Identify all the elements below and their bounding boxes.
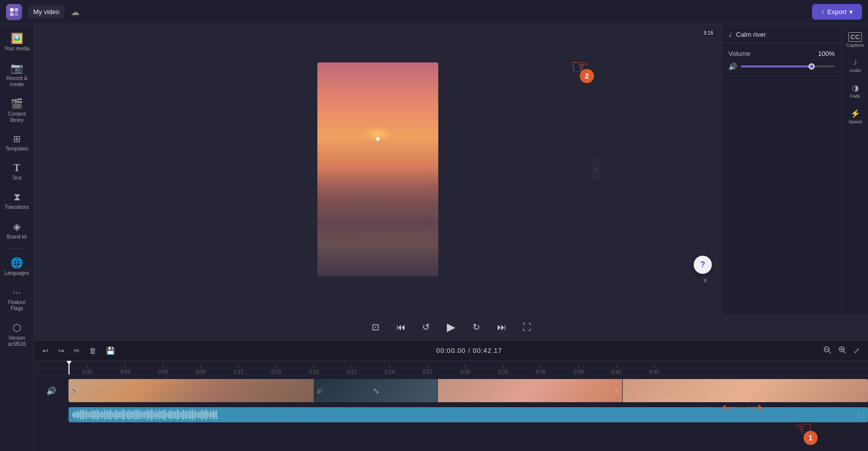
volume-slider-thumb[interactable] xyxy=(809,63,815,69)
wave-bar xyxy=(215,411,216,418)
video-title-input[interactable]: My video xyxy=(28,6,64,18)
sidebar-item-label-record-create: Record &create xyxy=(7,76,28,88)
delete-button[interactable]: 🗑 xyxy=(87,344,99,357)
preview-area: 9:16 ? ∨ ‹ ☞ 2 xyxy=(34,24,721,314)
svg-rect-3 xyxy=(15,13,18,16)
step-badge-2: 2 xyxy=(580,69,594,83)
wave-bar xyxy=(189,410,190,420)
speed-panel-item[interactable]: ⚡ Speed xyxy=(844,105,867,128)
sidebar-item-content-library[interactable]: 🎬 Contentlibrary xyxy=(2,94,32,127)
sidebar-item-transitions[interactable]: ⧗ Transitions xyxy=(2,187,32,214)
templates-icon: ⊞ xyxy=(13,133,21,144)
wave-bar xyxy=(147,410,148,420)
wave-bar xyxy=(125,412,126,417)
wave-bar xyxy=(139,411,140,418)
skip-back-button[interactable]: ⏮ xyxy=(393,319,409,335)
wave-bar xyxy=(138,409,139,420)
help-button[interactable]: ? xyxy=(694,256,712,274)
cut-button[interactable]: ✂ xyxy=(72,344,82,357)
sidebar-item-languages[interactable]: 🌐 Languages xyxy=(2,253,32,280)
sun-glow xyxy=(363,126,393,141)
sidebar-item-templates[interactable]: ⊞ Templates xyxy=(2,129,32,156)
sidebar-item-label-version: Versionac5f516 xyxy=(8,335,26,347)
wave-bar xyxy=(118,412,119,418)
wave-bar xyxy=(201,410,202,420)
sidebar-item-feature-flags[interactable]: ··· FeatureFlags xyxy=(2,282,32,316)
fullscreen-button[interactable]: ⛶ xyxy=(519,319,535,335)
audio-panel-item[interactable]: ♪ Audio xyxy=(844,54,867,77)
audio-track-content[interactable]: ⋮⋮ ⋮⋮ xyxy=(69,407,868,422)
wave-bar xyxy=(104,410,105,420)
ruler-mark-10: 0:30 xyxy=(446,365,484,374)
wave-bar xyxy=(109,411,110,419)
wave-bar xyxy=(100,412,101,417)
timeline-time-display: 00:00.00 / 00:42.17 xyxy=(122,347,816,354)
save-frame-button[interactable]: 💾 xyxy=(104,344,117,357)
wave-bar xyxy=(168,411,169,418)
rewind-button[interactable]: ↺ xyxy=(418,319,434,335)
wave-bar xyxy=(213,410,214,420)
cloud-icon: ☁ xyxy=(71,7,80,18)
sidebar-item-brand-kit[interactable]: ◈ Brand kit xyxy=(2,216,32,244)
wave-bar xyxy=(80,410,81,420)
speed-label: Speed xyxy=(848,119,861,124)
sidebar-item-record-create[interactable]: 📷 Record &create xyxy=(2,58,32,92)
volume-slider-track[interactable] xyxy=(741,65,835,67)
speed-icon: ⚡ xyxy=(850,109,860,118)
right-panel: ♩ Calm river Volume 100% 🔊 xyxy=(721,24,842,314)
export-button[interactable]: ↑ Export ▾ xyxy=(812,4,862,20)
captions-panel-item[interactable]: CC Captions xyxy=(844,28,867,52)
skip-forward-button[interactable]: ⏭ xyxy=(494,319,510,335)
collapse-handle[interactable]: ‹ xyxy=(592,159,600,179)
audio-track-row: ⋮⋮ ⋮⋮ xyxy=(34,405,868,424)
play-button[interactable]: ▶ xyxy=(443,319,459,335)
sidebar-item-label-brand-kit: Brand kit xyxy=(7,234,27,240)
track-name-label: Calm river xyxy=(736,31,766,38)
wave-bar xyxy=(110,409,111,420)
expand-icon: ⤡ xyxy=(373,386,379,396)
wave-bar xyxy=(89,411,90,419)
ruler-mark-6: 0:18 xyxy=(295,365,333,374)
wave-bar xyxy=(142,412,143,417)
video-thumb-2: ⤡ 🔊 xyxy=(314,379,437,402)
wave-bar xyxy=(106,411,107,418)
wave-bar xyxy=(162,410,163,419)
wave-bar xyxy=(148,410,149,419)
wave-bar xyxy=(175,411,176,418)
languages-icon: 🌐 xyxy=(11,257,23,269)
video-track-label: 🔊 xyxy=(34,386,69,396)
wave-bar xyxy=(86,410,87,419)
wave-bar xyxy=(160,411,161,418)
fit-button[interactable]: ⤢ xyxy=(851,344,862,357)
forward-button[interactable]: ↻ xyxy=(469,319,485,335)
sidebar-item-text[interactable]: T Text xyxy=(2,158,32,185)
undo-button[interactable]: ↩ xyxy=(40,344,51,357)
wave-bar xyxy=(144,411,145,419)
wave-bar xyxy=(186,410,187,419)
ruler-mark-5: 0:15 xyxy=(257,365,295,374)
right-panel-header: ♩ Calm river xyxy=(721,24,842,43)
help-chevron-icon[interactable]: ∨ xyxy=(703,276,708,284)
video-track-content[interactable]: 🔊 ⤡ 🔊 ⤡ xyxy=(69,379,868,402)
zoom-controls: ⤢ xyxy=(821,344,862,357)
zoom-in-button[interactable] xyxy=(836,344,848,357)
wave-bar xyxy=(83,409,84,420)
volume-header-row: Volume 100% xyxy=(728,50,835,57)
sidebar-item-your-media[interactable]: 🖼️ Your media xyxy=(2,28,32,56)
timeline-toolbar: ↩ ↪ ✂ 🗑 💾 00:00.00 / 00:42.17 xyxy=(34,341,868,361)
wave-bar xyxy=(153,411,154,419)
timeline-playhead xyxy=(69,361,70,374)
crop-button[interactable]: ⊡ xyxy=(368,319,384,335)
wave-bar xyxy=(184,411,185,418)
wave-bar xyxy=(209,412,210,417)
sidebar-item-version[interactable]: ⬡ Versionac5f516 xyxy=(2,318,32,351)
sidebar-item-label-text: Text xyxy=(12,175,21,181)
svg-rect-0 xyxy=(10,8,14,12)
wave-bar xyxy=(95,411,96,418)
redo-button[interactable]: ↪ xyxy=(56,344,66,357)
music-note-icon: ♩ xyxy=(728,30,732,38)
wave-bar xyxy=(94,410,95,419)
video-thumb-3: ⤡ xyxy=(438,379,622,402)
zoom-out-button[interactable] xyxy=(821,344,833,357)
fade-panel-item[interactable]: ◑ Fade xyxy=(844,79,867,103)
